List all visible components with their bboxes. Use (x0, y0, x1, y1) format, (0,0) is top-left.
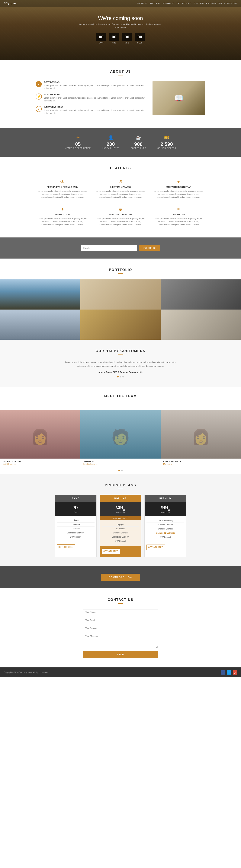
responsive-icon: 👁 (38, 180, 87, 184)
countdown-mins: 00 Mins (122, 33, 132, 44)
pricing-card-premium: PREMIUM $9999 per month Unlimited Memory… (144, 495, 186, 557)
dot-1[interactable] (117, 376, 119, 377)
feature-name-2: LIFE TIME UPDATES (96, 186, 145, 188)
recommended-label: RECOMMENDED (100, 516, 142, 520)
pricing-card-popular: POPULAR $4999 per month RECOMMENDED 10 p… (99, 495, 142, 557)
team-role-2: Graphic Designer (83, 463, 158, 465)
subscribe-section: SUBSCRIBE (0, 238, 241, 258)
nav-features[interactable]: FEATURES (150, 2, 160, 4)
team-dot-1[interactable] (118, 470, 120, 471)
contact-title: CONTACT US (4, 598, 237, 602)
download-button[interactable]: DOWNLOAD NOW (101, 574, 140, 581)
contact-name-input[interactable] (83, 609, 158, 615)
nav-about[interactable]: ABOUT US (137, 2, 147, 4)
contact-subject-input[interactable] (83, 625, 158, 631)
about-divider (118, 75, 123, 75)
features-grid: 👁 RESPONSIVE & RETINA READY Lorem ipsum … (36, 178, 205, 228)
portfolio-item-1[interactable] (0, 279, 81, 310)
stats-section: ✈ 05 YEARS OF EXPERIENCE 👤 200 HAPPY CLI… (0, 128, 241, 157)
countdown-secs: 00 Secs (135, 33, 145, 44)
stat-clients: 👤 200 HAPPY CLIENTS (102, 135, 119, 149)
feature-prem-4: Unlimited Bandwidth (147, 531, 184, 535)
nav-contact[interactable]: CONTACT US (224, 2, 237, 4)
testimonial-text: Lorem ipsum dolor sit amet, consectetur … (64, 361, 177, 368)
portfolio-section: PORTFOLIO (0, 258, 241, 340)
feature-desc-1: Lorem ipsum dolor sit amet, consectetur … (44, 84, 147, 90)
hero-content: We're coming soon Our new site will be l… (79, 15, 162, 45)
team-photo-1: 👩 (0, 410, 81, 459)
nav-portfolio[interactable]: PORTFOLIO (162, 2, 174, 4)
about-inner: ★ BEST DESIGNS Lorem ipsum dolor sit ame… (36, 81, 205, 118)
portfolio-item-3[interactable] (160, 279, 241, 310)
subscribe-button[interactable]: SUBSCRIBE (139, 245, 160, 251)
team-info-2: JOHN DOE Graphic Designer (81, 459, 161, 467)
facebook-icon[interactable]: f (221, 670, 225, 675)
feature-prem-3: Unlimited Domains (147, 527, 184, 531)
feature-text-4: Lorem ipsum dolor sit amet, consectetur … (38, 217, 87, 226)
feature-pop-2: 20 Website (102, 527, 140, 531)
dot-2[interactable] (120, 376, 121, 377)
nav-pricing[interactable]: PRICING PLANS (206, 2, 222, 4)
pricing-btn-popular[interactable]: GET STARTED (102, 549, 120, 554)
feature-pop-4: Unlimited Bandwidth (102, 535, 140, 539)
contact-email-input[interactable] (83, 617, 158, 623)
portfolio-grid (0, 279, 241, 340)
about-image: 📖 (152, 81, 205, 115)
pricing-btn-premium[interactable]: GET STARTED (147, 545, 165, 550)
pricing-card-basic: BASIC $0 Free 1 Page 1 Website 1 Domain … (55, 495, 97, 557)
stat-number-3: 900 (131, 141, 146, 147)
footer: Copyright © 2020 Company name. All right… (0, 668, 241, 677)
portfolio-item-4[interactable] (0, 310, 81, 340)
dot-3[interactable] (122, 376, 124, 377)
googleplus-icon[interactable]: g+ (233, 670, 237, 675)
feature-card-4: ✦ READY TO USE Lorem ipsum dolor sit ame… (36, 205, 89, 228)
feature-title-1: BEST DESIGNS (44, 81, 147, 83)
contact-form: SEND (83, 609, 158, 658)
stat-number-4: 2,590 (157, 141, 176, 147)
stat-number-2: 200 (102, 141, 119, 147)
plan-name-premium: PREMIUM (147, 497, 184, 500)
testimonials-title: OUR HAPPY CUSTOMERS (4, 349, 237, 353)
portfolio-item-6[interactable] (160, 310, 241, 340)
pricing-price-basic: $0 Free (55, 502, 96, 516)
feature-name-5: EASY CUSTOMISATION (96, 213, 145, 216)
portfolio-item-2[interactable] (81, 279, 161, 310)
features-section: FEATURES 👁 RESPONSIVE & RETINA READY Lor… (0, 157, 241, 238)
feature-prem-5: 24/7 Support (147, 535, 184, 539)
person-silhouette-2: 🧑 (111, 428, 130, 446)
feature-card-3: ♥ BUILT WITH BOOTSTRAP Lorem ipsum dolor… (152, 178, 205, 200)
price-period-premium: per month (147, 511, 184, 513)
contact-submit-button[interactable]: SEND (83, 651, 158, 658)
plan-name-popular: POPULAR (102, 497, 139, 500)
ready-icon: ✦ (38, 207, 87, 212)
price-amount-basic: $0 (57, 505, 94, 511)
features-divider (118, 172, 123, 172)
team-dot-2[interactable] (121, 470, 123, 471)
fast-support-icon: ⚡ (36, 94, 42, 99)
stat-label-1: YEARS OF EXPERIENCE (65, 147, 91, 149)
portfolio-item-5[interactable] (81, 310, 161, 340)
team-member-3: 👩 CAROLINE SMITH Marketing (160, 410, 241, 467)
feature-basic-1: 1 Page (57, 518, 94, 523)
testimonial-author: Ahmed Bown, CEO & Founder Company Ltd. (4, 371, 237, 373)
nav-testimonials[interactable]: TESTIMONIALS (176, 2, 191, 4)
pricing-btn-basic[interactable]: GET STARTED (57, 545, 75, 550)
testimonial-dots (4, 376, 237, 377)
feature-name-4: READY TO USE (38, 213, 87, 216)
nav-team[interactable]: THE TEAM (194, 2, 204, 4)
about-features: ★ BEST DESIGNS Lorem ipsum dolor sit ame… (36, 81, 147, 118)
subscribe-input[interactable] (81, 245, 137, 251)
feature-name-1: RESPONSIVE & RETINA READY (38, 186, 87, 188)
clients-icon: 👤 (102, 135, 119, 140)
team-dots (0, 467, 241, 474)
team-photo-3: 👩 (160, 410, 241, 459)
feature-basic-2: 1 Website (57, 523, 94, 527)
navbar: fifty-one. ABOUT US FEATURES PORTFOLIO T… (0, 0, 241, 7)
stat-experience: ✈ 05 YEARS OF EXPERIENCE (65, 135, 91, 149)
feature-prem-2: Unlimited Domains (147, 523, 184, 527)
contact-message-input[interactable] (83, 633, 158, 648)
twitter-icon[interactable]: t (227, 670, 231, 675)
pricing-divider (118, 489, 123, 489)
team-info-3: CAROLINE SMITH Marketing (160, 459, 241, 467)
book-illustration: 📖 (152, 81, 205, 115)
